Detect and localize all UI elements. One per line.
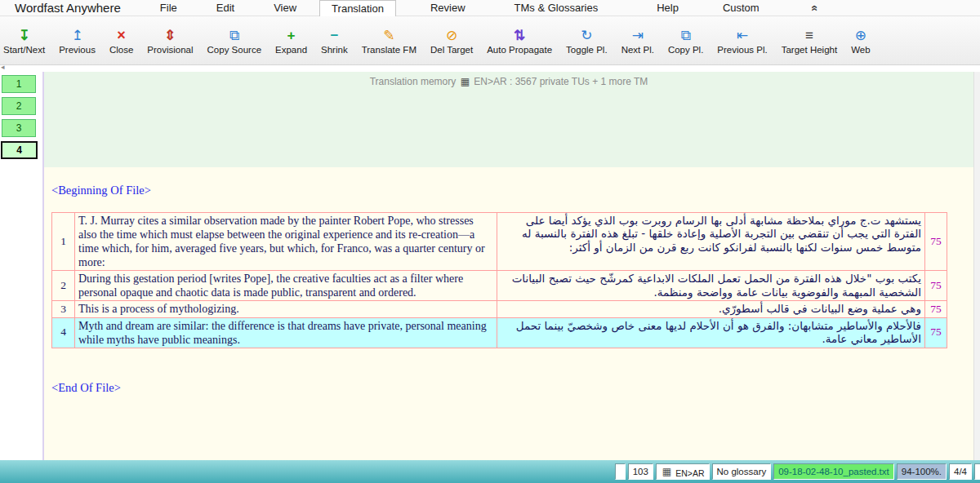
segment-number-cell[interactable]: 4	[52, 317, 75, 348]
table-row: 3 This is a process of mythologizing. وه…	[52, 301, 947, 317]
target-height-button[interactable]: ≡ Target Height	[782, 27, 837, 55]
copy-source-icon: ⧉	[229, 27, 239, 44]
expand-button[interactable]: + Expand	[275, 27, 307, 55]
toolbar-label: Shrink	[321, 45, 348, 55]
match-range-label: 94-100%.	[902, 464, 942, 479]
tm-grid-icon: ▦	[461, 76, 470, 87]
toolbar-label: Web	[851, 45, 870, 55]
match-score-cell: 75	[925, 317, 947, 348]
tm-header: Translation memory ▦ EN>AR : 3567 privat…	[44, 72, 973, 87]
vertical-scrollbar[interactable]	[973, 72, 980, 460]
collapse-ribbon-icon[interactable]: »	[807, 5, 820, 11]
segment-2-button[interactable]: 2	[2, 97, 36, 115]
segment-number-cell[interactable]: 1	[52, 213, 75, 271]
shrink-button[interactable]: − Shrink	[321, 27, 348, 55]
status-count-value: 103	[633, 464, 648, 479]
segment-table: 1 T. J. Murray cites a similar observati…	[51, 212, 947, 348]
toolbar-label: Next Pl.	[621, 45, 654, 55]
auto-propagate-icon: ⇅	[514, 27, 525, 44]
toggle-placeable-button[interactable]: ↻ Toggle Pl.	[566, 27, 608, 55]
menu-bar: Wordfast Anywhere File Edit View Transla…	[0, 0, 980, 16]
toolbar-label: Toggle Pl.	[566, 45, 608, 55]
translation-memory-panel: Translation memory ▦ EN>AR : 3567 privat…	[44, 72, 973, 167]
end-of-file-marker: <End Of File>	[51, 381, 973, 395]
provisional-icon: ⇕	[164, 27, 176, 44]
copy-source-button[interactable]: ⧉ Copy Source	[207, 27, 261, 55]
translate-fm-button[interactable]: ✎ Translate FM	[362, 27, 416, 55]
editor-content: Translation memory ▦ EN>AR : 3567 privat…	[44, 72, 973, 460]
start-next-button[interactable]: ↧ Start/Next	[3, 27, 45, 55]
target-text-cell[interactable]: يكتب بوب "خلال هذه الفترة من الحمل تعمل …	[497, 271, 925, 301]
pane-collapse-icon[interactable]: ◂	[1, 63, 5, 71]
tm-grid-icon: ▦	[662, 464, 671, 479]
previous-placeable-button[interactable]: ⇤ Previous Pl.	[717, 27, 767, 55]
toolbar-label: Close	[109, 45, 133, 55]
status-glossary[interactable]: No glossary	[712, 463, 772, 480]
next-placeable-button[interactable]: ⇥ Next Pl.	[621, 27, 654, 55]
segment-position-label: 4/4	[954, 464, 967, 479]
next-placeable-icon: ⇥	[632, 27, 644, 44]
shrink-icon: −	[330, 27, 338, 44]
menu-item-tms-glossaries[interactable]: TMs & Glossaries	[513, 1, 600, 15]
status-filename[interactable]: 09-18-02-48-10_pasted.txt	[773, 463, 894, 480]
status-segment-position: 4/4	[949, 463, 972, 480]
document-previous-icon: ↥	[71, 27, 82, 44]
status-empty-cell	[615, 463, 626, 480]
filename-label: 09-18-02-48-10_pasted.txt	[778, 464, 889, 479]
beginning-of-file-marker: <Beginning Of File>	[51, 184, 973, 197]
document-area: <Beginning Of File> 1 T. J. Murray cites…	[44, 167, 973, 460]
menu-item-custom[interactable]: Custom	[721, 1, 761, 15]
match-score-cell: 75	[925, 301, 947, 317]
menu-item-help[interactable]: Help	[655, 1, 680, 15]
document-next-icon: ↧	[18, 27, 29, 44]
status-language-pair[interactable]: ▦ EN>AR	[656, 463, 710, 480]
main-area: 1 2 3 4 Translation memory ▦ EN>AR : 356…	[0, 72, 980, 460]
tm-label: Translation memory	[370, 76, 457, 87]
provisional-button[interactable]: ⇕ Provisional	[147, 27, 193, 55]
language-pair-label: EN>AR	[675, 466, 704, 481]
table-row-active: 4 Myth and dream are similar: the differ…	[52, 317, 947, 348]
segment-number-cell[interactable]: 2	[52, 271, 75, 301]
close-button[interactable]: × Close	[109, 27, 133, 55]
segment-3-button[interactable]: 3	[2, 119, 36, 137]
match-score-cell: 75	[925, 213, 947, 271]
source-text-cell[interactable]: Myth and dream are similar: the differen…	[75, 317, 497, 348]
segment-1-button[interactable]: 1	[2, 75, 36, 93]
target-text-cell[interactable]: يستشهد ت.ج موراي بملاحظة مشابهة أدلى بها…	[497, 213, 925, 271]
toolbar-label: Previous	[59, 45, 96, 55]
toolbar-label: Previous Pl.	[717, 45, 767, 55]
menu-item-file[interactable]: File	[158, 1, 179, 15]
menu-item-view[interactable]: View	[272, 1, 298, 15]
tm-info: EN>AR : 3567 private TUs + 1 more TM	[474, 76, 648, 87]
target-text-cell[interactable]: فالأحلام والأساطير متشابهان: والفرق هو أ…	[497, 317, 925, 348]
web-button[interactable]: ⊕ Web	[851, 27, 870, 55]
previous-placeable-icon: ⇤	[737, 27, 748, 44]
segment-number-cell[interactable]: 3	[52, 301, 75, 317]
target-height-icon: ≡	[805, 27, 813, 44]
toolbar-label: Copy Pl.	[668, 45, 703, 55]
app-title: Wordfast Anywhere	[15, 1, 121, 15]
menu-item-edit[interactable]: Edit	[215, 1, 236, 15]
toolbar-label: Translate FM	[362, 45, 416, 55]
source-text-cell[interactable]: This is a process of mythologizing.	[75, 301, 497, 317]
status-bar: 103 ▦ EN>AR No glossary 09-18-02-48-10_p…	[0, 460, 980, 483]
segment-number-column: 1 2 3 4	[0, 72, 44, 460]
target-text-cell[interactable]: وهي عملية وضع البيانات في قالب أسطورّي.	[497, 301, 925, 317]
toolbar-label: Del Target	[430, 45, 473, 55]
previous-button[interactable]: ↥ Previous	[59, 27, 96, 55]
menu-item-review[interactable]: Review	[429, 1, 467, 15]
toggle-placeable-icon: ↻	[581, 27, 592, 44]
source-text-cell[interactable]: T. J. Murray cites a similar observation…	[75, 213, 497, 271]
status-match-range[interactable]: 94-100%.	[897, 463, 947, 480]
menu-item-translation[interactable]: Translation	[319, 0, 396, 16]
del-target-button[interactable]: ⊘ Del Target	[430, 27, 473, 55]
segment-4-button[interactable]: 4	[1, 141, 38, 159]
auto-propagate-button[interactable]: ⇅ Auto Propagate	[487, 27, 552, 55]
toolbar-label: Target Height	[782, 45, 837, 55]
status-clipped-cell	[974, 463, 980, 480]
toolbar-label: Copy Source	[207, 45, 261, 55]
copy-placeable-button[interactable]: ⧉ Copy Pl.	[668, 27, 703, 55]
source-text-cell[interactable]: During this gestation period [writes Pop…	[75, 271, 497, 301]
translate-fm-icon: ✎	[383, 27, 394, 44]
expand-icon: +	[287, 27, 296, 44]
